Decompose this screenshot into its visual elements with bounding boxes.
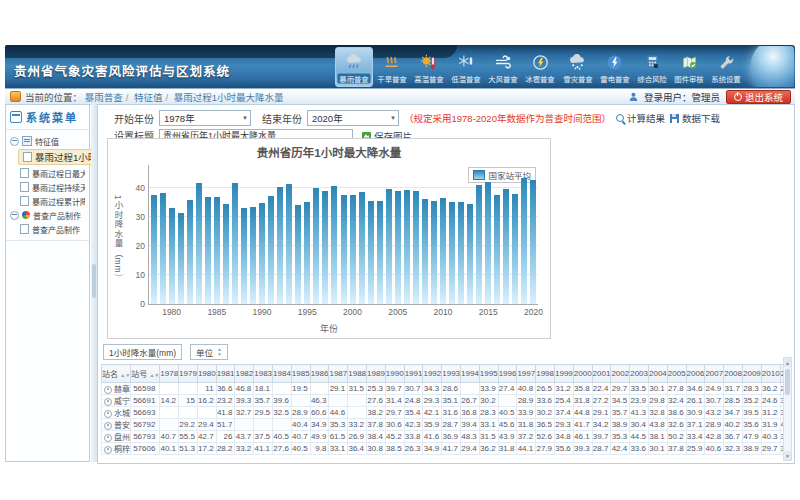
value-cell: 37.2 xyxy=(517,431,536,443)
row-expand-icon[interactable] xyxy=(104,410,112,418)
scroll-down-arrow[interactable]: ▼ xyxy=(784,451,791,460)
value-cell xyxy=(273,383,292,395)
composite-risk-icon xyxy=(644,52,661,72)
station-name-cell[interactable]: 水城 xyxy=(102,407,131,419)
station-id-header[interactable]: 站号 ▲▼ xyxy=(131,365,160,383)
main-panel: 开始年份 1978年▼ 结束年份 2020年▼ （规定采用1978-2020年数… xyxy=(97,104,795,464)
value-cell xyxy=(329,395,348,407)
nav-map-audit[interactable]: 图件审核 xyxy=(671,47,708,87)
nav-snow[interactable]: 雪灾普查 xyxy=(559,47,596,87)
tree-item-cumulative-precip[interactable]: 暴雨过程累计降水量 xyxy=(18,194,87,208)
low-temp-icon xyxy=(458,52,475,72)
value-cell: 32.3 xyxy=(724,443,743,455)
value-cell: 39.4 xyxy=(461,419,480,431)
chart-bar-1999 xyxy=(341,195,347,304)
nav-lightning[interactable]: 雷电普查 xyxy=(596,47,633,87)
value-cell: 42.1 xyxy=(423,407,442,419)
breadcrumb-item-2[interactable]: 特征值 xyxy=(134,92,163,103)
breadcrumb-item-3[interactable]: 暴雨过程1小时最大降水量 xyxy=(174,92,284,103)
scroll-up-arrow[interactable]: ▲ xyxy=(784,358,791,367)
table-body: 赫章565981136.646.818.119.529.131.525.339.… xyxy=(102,383,793,455)
nav-drought[interactable]: 干旱普查 xyxy=(373,47,410,87)
breadcrumb-bar: 当前的位置： 暴雨普查/ 特征值/ 暴雨过程1小时最大降水量 登录用户：管理员 … xyxy=(5,88,795,105)
value-cell: 40.5 xyxy=(498,407,517,419)
value-cell: 29.4 xyxy=(197,419,216,431)
chart-bar-1991 xyxy=(268,196,274,304)
save-disk-icon xyxy=(670,114,679,123)
main-toolbar: 暴雨普查 干旱普查 高温普查 低温普查 xyxy=(335,47,745,87)
settings-icon xyxy=(718,52,735,72)
table-scrollbar[interactable]: ▲ ▼ xyxy=(783,357,792,461)
value-cell: 32.7 xyxy=(235,407,254,419)
tree-group-characteristic[interactable]: 特征值 xyxy=(8,134,87,148)
value-cell: 31.7 xyxy=(724,383,743,395)
scroll-thumb[interactable] xyxy=(785,369,790,395)
chart-bar-1982 xyxy=(187,200,193,304)
row-expand-icon[interactable] xyxy=(104,422,112,430)
value-cell: 27.6 xyxy=(367,395,386,407)
value-cell: 31.4 xyxy=(385,395,404,407)
value-cell: 30.1 xyxy=(649,383,668,395)
breadcrumb-item-1[interactable]: 暴雨普查 xyxy=(85,92,123,103)
chart-bar-2013 xyxy=(467,204,473,304)
user-icon xyxy=(629,92,638,101)
chart-bar-2015 xyxy=(485,182,491,304)
year-header-1982: 1982 xyxy=(235,365,254,383)
value-cell xyxy=(348,407,367,419)
page-icon xyxy=(20,182,29,192)
value-cell: 16.2 xyxy=(197,395,216,407)
station-name-cell[interactable]: 普安 xyxy=(102,419,131,431)
chart-y-axis-label: 1小时降水量（mm） xyxy=(112,194,124,282)
chart-bar-2014 xyxy=(476,185,482,304)
value-cell xyxy=(291,395,310,407)
chart-bar-2000 xyxy=(350,195,356,304)
station-name-cell[interactable]: 威宁 xyxy=(102,395,131,407)
nav-rainstorm[interactable]: 暴雨普查 xyxy=(335,47,373,87)
value-cell: 25.9 xyxy=(686,443,705,455)
chart-bar-2008 xyxy=(422,199,428,304)
value-cell: 33.1 xyxy=(329,443,348,455)
page-icon xyxy=(20,224,29,234)
end-year-select[interactable]: 2020年▼ xyxy=(307,110,399,126)
value-cell: 34.5 xyxy=(611,395,630,407)
value-cell: 35.1 xyxy=(442,395,461,407)
row-expand-icon[interactable] xyxy=(104,386,112,394)
station-name-cell[interactable]: 赫章 xyxy=(102,383,131,395)
start-year-select[interactable]: 1978年▼ xyxy=(159,110,251,126)
station-name-cell[interactable]: 盘州 xyxy=(102,431,131,443)
station-name-header[interactable]: 站名 ▲▼ xyxy=(102,365,131,383)
tree-item-product-making[interactable]: 普查产品制作 xyxy=(18,222,87,236)
value-cell: 50.2 xyxy=(667,431,686,443)
value-cell: 38.5 xyxy=(385,443,404,455)
nav-hail[interactable]: 冰雹普查 xyxy=(522,47,559,87)
row-expand-icon[interactable] xyxy=(104,446,112,454)
row-expand-icon[interactable] xyxy=(104,398,112,406)
tree-item-daily-max-precip[interactable]: 暴雨过程日最大降水量 xyxy=(18,166,87,180)
collapse-icon[interactable] xyxy=(10,137,19,146)
nav-low-temp[interactable]: 低温普查 xyxy=(447,47,484,87)
nav-wind[interactable]: 大风普查 xyxy=(485,47,522,87)
station-name-cell[interactable]: 桐梓 xyxy=(102,443,131,455)
logout-button[interactable]: 退出系统 xyxy=(726,90,791,104)
chart-bar-2011 xyxy=(449,202,455,304)
collapse-icon[interactable] xyxy=(10,211,19,220)
tree-group-product[interactable]: 普查产品制作 xyxy=(8,208,87,222)
row-expand-icon[interactable] xyxy=(104,434,112,442)
map-audit-icon xyxy=(681,52,698,72)
unit-chip[interactable]: 单位 ▲▼ xyxy=(190,344,228,360)
data-download-button[interactable]: 数据下载 xyxy=(670,111,720,125)
tree-item-duration-days[interactable]: 暴雨过程持续天数 xyxy=(18,180,87,194)
value-type-chip[interactable]: 1小时降水量(mm) xyxy=(103,344,182,360)
value-cell: 51.3 xyxy=(179,443,198,455)
station-id-cell: 56792 xyxy=(131,419,160,431)
value-cell: 26.9 xyxy=(348,431,367,443)
chart-card: 贵州省历年1小时最大降水量 1小时降水量（mm） 国家站平均 010203040… xyxy=(107,138,551,339)
value-cell: 30.8 xyxy=(367,443,386,455)
table-row-56693: 水城5669341.832.729.532.528.960.644.638.22… xyxy=(102,407,793,419)
rainstorm-icon xyxy=(346,52,363,72)
nav-composite-risk[interactable]: 综合风险 xyxy=(633,47,670,87)
nav-high-temp[interactable]: 高温普查 xyxy=(410,47,447,87)
value-cell: 60.6 xyxy=(310,407,329,419)
calculate-button[interactable]: 计算结果 xyxy=(616,111,665,125)
chart-bar-1998 xyxy=(331,186,337,304)
